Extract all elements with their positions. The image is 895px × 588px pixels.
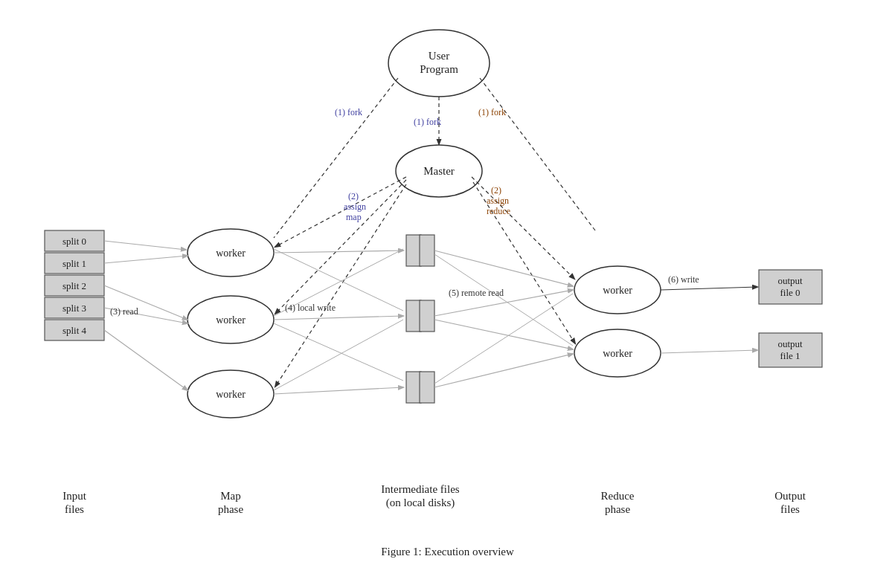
inter-top-left xyxy=(406,235,421,266)
inter-reduce-4 xyxy=(434,354,573,387)
col-reduce-label1: Reduce xyxy=(601,490,635,502)
inter-top-right xyxy=(420,235,434,266)
inter-mid-left xyxy=(406,300,421,332)
inter-bot-left xyxy=(406,372,421,403)
inter-reduce-6 xyxy=(434,294,573,384)
output1-label1: output xyxy=(777,338,803,349)
output1-label2: file 1 xyxy=(780,350,800,361)
split0-label: split 0 xyxy=(62,236,86,247)
fork3-label: (1) fork xyxy=(478,107,506,117)
assign-reduce-label1: (2) xyxy=(491,185,501,196)
reduce-output0-arrow xyxy=(661,287,757,290)
master-label: Master xyxy=(423,165,455,177)
col-input-label2: files xyxy=(65,503,84,515)
split1-worker-arrow xyxy=(104,256,187,263)
col-input-label1: Input xyxy=(62,490,86,502)
worker-inter-top xyxy=(274,251,403,253)
figure-caption: Figure 1: Execution overview xyxy=(0,546,895,558)
assign-map-line1 xyxy=(275,177,406,247)
assign-reduce-line1 xyxy=(472,177,574,279)
svg-text:Program: Program xyxy=(420,63,458,75)
col-output-label1: Output xyxy=(774,490,806,502)
remote-read-label: (5) remote read xyxy=(449,288,504,298)
col-map-label1: Map xyxy=(220,490,241,502)
user-program-label: User xyxy=(429,50,449,62)
inter-mid-right xyxy=(420,300,434,332)
caption-text: Figure 1: Execution overview xyxy=(381,546,514,558)
col-inter-label1: Intermediate files xyxy=(381,483,460,495)
write-label: (6) write xyxy=(668,274,699,285)
split0-worker-arrow xyxy=(104,241,186,250)
split2-label: split 2 xyxy=(62,280,86,291)
col-reduce-label2: phase xyxy=(605,503,630,515)
fork1-label: (1) fork xyxy=(335,107,362,117)
worker-cross-1 xyxy=(274,249,403,311)
worker-cross-4 xyxy=(274,320,403,390)
output0-label2: file 0 xyxy=(780,287,800,298)
assign-map-label1: (2) xyxy=(348,191,359,201)
col-map-label2: phase xyxy=(218,503,243,515)
split1-label: split 1 xyxy=(62,258,86,269)
reduce-output1-arrow xyxy=(661,350,757,353)
map-worker-mid-label: worker xyxy=(216,314,246,326)
reduce-worker-top-label: worker xyxy=(603,285,632,296)
reduce-worker-bot-label: worker xyxy=(603,348,632,359)
split4-label: split 4 xyxy=(62,325,87,336)
inter-bot-right xyxy=(420,372,434,403)
diagram-container: split 0 split 1 split 2 split 3 split 4 … xyxy=(0,0,895,588)
local-write-label: (4) local write xyxy=(285,303,336,313)
assign-map-line2 xyxy=(275,180,406,314)
read-label: (3) read xyxy=(110,306,138,317)
worker-inter-mid xyxy=(274,316,403,320)
assign-map-label2: assign xyxy=(344,201,366,212)
assign-map-line3 xyxy=(275,184,406,387)
output0-label1: output xyxy=(777,275,803,286)
assign-reduce-label2: assign xyxy=(487,196,509,206)
col-output-label2: files xyxy=(780,503,800,515)
worker-inter-bot xyxy=(274,387,403,394)
fork-map-line xyxy=(274,78,398,238)
worker-cross-3 xyxy=(274,323,403,381)
split4-worker-arrow xyxy=(104,330,187,390)
assign-map-label3: map xyxy=(346,212,362,222)
map-worker-bot-label: worker xyxy=(216,389,246,400)
fork2-label: (1) fork xyxy=(414,117,441,127)
map-worker-top-label: worker xyxy=(216,248,246,259)
inter-reduce-3 xyxy=(434,320,573,349)
col-inter-label2: (on local disks) xyxy=(386,497,455,509)
assign-reduce-label3: reduce xyxy=(487,206,510,216)
split3-label: split 3 xyxy=(62,303,86,314)
